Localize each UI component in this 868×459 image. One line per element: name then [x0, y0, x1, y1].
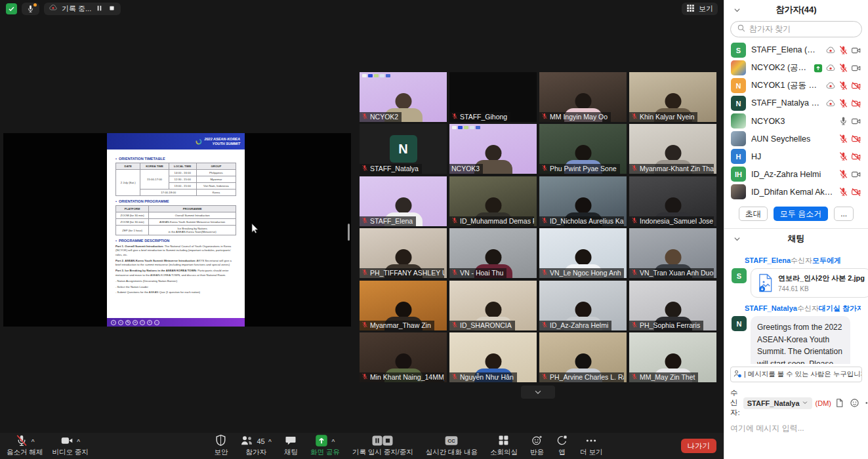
participant-row[interactable]: N STAFF_Natalya (공동 호스트)	[724, 94, 868, 112]
gallery-next-page-button[interactable]	[521, 386, 555, 399]
audio-status-pill[interactable]	[22, 3, 39, 15]
meeting-toolbar: ^ 음소거 해제 ^ 비디오 중지 보안 45^ 참가자 채팅 ^ 화면 공유 …	[0, 433, 724, 459]
cloud-recording-icon	[49, 3, 58, 14]
video-tile[interactable]: NCYOK3	[449, 124, 537, 174]
muted-mic-icon	[631, 113, 638, 121]
breakout-icon	[498, 435, 509, 447]
participant-name: NCYOK2 (공동 호스트)	[751, 62, 808, 73]
video-tile[interactable]: PH_Arvine Charles L. Rase	[539, 332, 627, 382]
participant-row[interactable]: IH ID_Az-Zahra Helmi	[724, 165, 868, 183]
video-tile[interactable]: Indonesia_Samuel Jose	[629, 176, 716, 226]
participant-row[interactable]: N NCYOK1 (공동 호스트)	[724, 77, 868, 94]
toolbar-label: 더 보기	[580, 448, 602, 457]
emoji-icon[interactable]	[850, 398, 859, 408]
leave-button[interactable]: 나가기	[681, 439, 717, 453]
pause-recording-icon[interactable]	[95, 4, 104, 14]
video-tile[interactable]: VN - Hoai Thu	[449, 228, 537, 278]
avatar	[731, 60, 746, 75]
participant-row[interactable]: S STAFF_Elena (호스트)	[724, 41, 868, 59]
video-tile[interactable]: ID_Muhammad Demas Rizk...	[449, 176, 537, 226]
annotation-tool-button[interactable]: •	[147, 320, 152, 325]
slide-paragraph: Part 1. Overall Summit Introduction: The…	[115, 245, 236, 257]
collapse-chat-icon[interactable]	[733, 235, 741, 243]
annotation-tool-button[interactable]: …	[154, 320, 159, 325]
avatar: N	[731, 78, 746, 93]
video-tile[interactable]: ID_Az-Zahra Helmi	[539, 281, 627, 330]
chat-input[interactable]: 여기에 메시지 입력...	[730, 423, 862, 434]
video-tile[interactable]: Khin Kalyar Nyein	[629, 72, 716, 122]
view-button[interactable]: 보기	[682, 3, 718, 15]
toolbar-record-controls-button[interactable]: 기록 일시 중지/중지	[348, 433, 418, 459]
encryption-shield-icon[interactable]	[6, 3, 17, 14]
cam-off-icon	[851, 187, 861, 197]
video-tile[interactable]: ID_Nicholas Aurelius Karosta	[539, 176, 627, 226]
search-icon	[737, 24, 746, 35]
video-tile[interactable]: Min Khant Naing_14MM_M...	[360, 332, 447, 382]
chevron-up-icon[interactable]: ^	[331, 438, 335, 445]
toolbar-breakout-button[interactable]: 소회의실	[486, 433, 522, 459]
video-tile[interactable]: PH_TIFFANY ASHLEY UY	[360, 228, 447, 278]
annotation-tool-button[interactable]: ✎	[125, 320, 131, 325]
toolbar-share-button[interactable]: ^ 화면 공유	[306, 433, 344, 459]
toolbar-participants-button[interactable]: 45^ 참가자	[236, 433, 276, 459]
flag-icons	[452, 126, 480, 129]
toolbar-video-button[interactable]: ^ 비디오 중지	[47, 433, 93, 459]
cam-off-icon	[851, 81, 861, 91]
video-tile[interactable]: ID_SHARONCIA	[449, 281, 537, 330]
toolbar-shield-button[interactable]: 보안	[209, 433, 232, 459]
video-tile[interactable]: NCYOK2	[360, 72, 447, 122]
participant-row[interactable]: AUN Seychelles	[724, 130, 868, 148]
video-tile[interactable]: VN_Tran Xuan Anh Duong	[629, 228, 716, 278]
video-tile[interactable]: Myanmar-Khant Zin Thaw	[629, 124, 716, 174]
toolbar-more-button[interactable]: 더 보기	[575, 433, 607, 459]
chevron-up-icon[interactable]: ^	[31, 438, 35, 445]
participant-search-input[interactable]: 참가자 찾기	[730, 21, 862, 37]
panel-resize-handle[interactable]	[348, 224, 350, 241]
video-tile[interactable]: MM_May Zin Thet	[629, 332, 716, 382]
video-tile[interactable]: NSTAFF_Natalya	[360, 124, 447, 174]
video-tile[interactable]: Nguyễn Như Hân	[449, 332, 537, 382]
video-tile[interactable]: STAFF_Elena	[360, 176, 447, 226]
video-tile[interactable]: MM Ingyin May Oo	[539, 72, 627, 122]
toolbar-cc-button[interactable]: CC 실시간 대화 내용	[421, 433, 482, 459]
stop-recording-icon[interactable]	[108, 4, 116, 14]
participant-name-label: PH_Sophia Ferraris	[629, 321, 703, 330]
chat-more-icon[interactable]	[865, 398, 868, 408]
toolbar-chat-button[interactable]: 채팅	[279, 433, 302, 459]
participant-name-label: NCYOK3	[449, 164, 483, 174]
grid-view-icon	[686, 4, 695, 14]
participant-name-label: Khin Kalyar Nyein	[629, 112, 697, 122]
mute-all-button[interactable]: 모두 음소거	[774, 207, 828, 221]
participant-name: ID_Az-Zahra Helmi	[751, 170, 833, 179]
toolbar-reactions-button[interactable]: 반응	[526, 433, 548, 459]
annotation-tool-button[interactable]: ›	[118, 320, 123, 325]
file-attach-icon[interactable]	[835, 398, 844, 408]
recipient-label: 수신자:	[730, 388, 740, 418]
chevron-up-icon[interactable]: ^	[77, 438, 80, 445]
chat-file-attachment[interactable]: 연보라_인사2안 사본 2.jpg744.61 KB	[751, 268, 868, 298]
participant-row[interactable]: ID_Dhifan Kemal Akbar	[724, 183, 868, 201]
annotation-tool-button[interactable]: +	[133, 320, 138, 325]
invite-button[interactable]: 초대	[739, 207, 768, 221]
chevron-up-icon[interactable]: ^	[268, 438, 272, 445]
cc-icon: CC	[445, 434, 458, 449]
toolbar-mic-muted-button[interactable]: ^ 음소거 해제	[2, 433, 47, 459]
participant-name: ID_Dhifan Kemal Akbar	[751, 188, 833, 197]
muted-mic-icon	[362, 269, 368, 277]
video-tile[interactable]: STAFF_Gihong	[449, 72, 537, 122]
participant-row[interactable]: NCYOK3	[724, 112, 868, 130]
participants-more-button[interactable]: ...	[834, 207, 854, 221]
video-tile[interactable]: VN_Le Ngoc Hong Anh	[539, 228, 627, 278]
video-tile[interactable]: PH_Sophia Ferraris	[629, 281, 716, 330]
recipient-selector[interactable]: STAFF_Natalya	[743, 397, 812, 409]
toolbar-apps-button[interactable]: 앱	[552, 433, 572, 459]
video-tile[interactable]: Phu Pwint Pyae Sone	[539, 124, 627, 174]
annotation-tool-button[interactable]: ○	[140, 320, 145, 325]
apps-icon	[556, 435, 568, 447]
annotation-tool-button[interactable]: ‹	[111, 320, 116, 325]
participant-row[interactable]: NCYOK2 (공동 호스트)	[724, 59, 868, 77]
collapse-participants-icon[interactable]	[733, 6, 741, 14]
video-tile[interactable]: Myanmar_Thaw Zin	[360, 281, 447, 330]
participant-row[interactable]: H HJ	[724, 148, 868, 165]
participant-name-label: STAFF_Natalya	[360, 164, 422, 174]
